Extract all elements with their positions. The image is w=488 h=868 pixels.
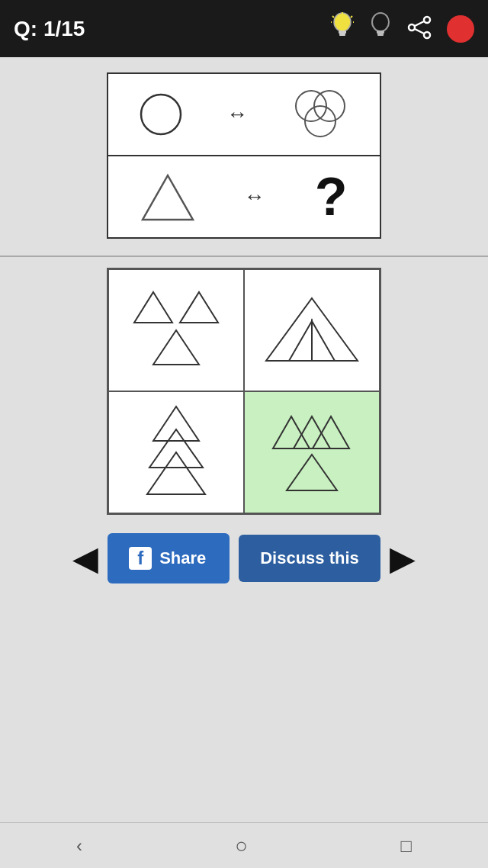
svg-marker-20 <box>143 175 193 220</box>
hint-active-icon[interactable] <box>331 12 354 45</box>
back-nav-icon[interactable]: ‹ <box>76 835 82 857</box>
svg-rect-9 <box>377 31 384 34</box>
svg-point-0 <box>334 13 351 31</box>
next-button[interactable]: ▶ <box>390 542 416 575</box>
top-icons <box>331 12 474 45</box>
share-label: Share <box>159 548 206 568</box>
svg-marker-34 <box>287 455 337 490</box>
facebook-icon: f <box>129 547 152 570</box>
svg-marker-23 <box>153 330 199 365</box>
svg-line-14 <box>415 21 424 26</box>
discuss-button[interactable]: Discuss this <box>239 535 380 582</box>
answer-a[interactable] <box>108 269 244 391</box>
divider <box>0 256 488 257</box>
answer-d[interactable] <box>244 391 380 513</box>
answer-grid <box>107 268 381 515</box>
svg-point-13 <box>424 32 430 38</box>
question-counter: Q: 1/15 <box>14 17 85 41</box>
answer-c[interactable] <box>108 391 244 513</box>
svg-marker-28 <box>153 407 199 441</box>
bottom-buttons: ◀ f Share Discuss this ▶ <box>0 515 488 594</box>
arrow-2: ↔ <box>244 185 265 209</box>
single-circle <box>137 91 185 138</box>
top-bar: Q: 1/15 <box>0 0 488 57</box>
svg-point-11 <box>424 17 430 23</box>
svg-marker-31 <box>273 416 310 448</box>
svg-rect-1 <box>339 31 346 34</box>
nav-bar: ‹ ○ □ <box>0 822 488 868</box>
svg-line-15 <box>415 29 424 34</box>
svg-marker-22 <box>180 292 218 323</box>
arrow-1: ↔ <box>226 102 248 127</box>
home-nav-icon[interactable]: ○ <box>235 834 248 858</box>
overlapping-circles <box>290 88 351 141</box>
share-button[interactable]: f Share <box>108 533 230 583</box>
svg-point-12 <box>409 24 415 31</box>
svg-point-8 <box>372 13 389 31</box>
main-content: ↔ ↔ ? <box>0 57 488 822</box>
svg-line-5 <box>351 16 352 18</box>
question-mark: ? <box>315 170 348 223</box>
svg-marker-21 <box>134 292 172 323</box>
svg-marker-26 <box>312 321 335 361</box>
discuss-label: Discuss this <box>260 548 359 567</box>
svg-marker-32 <box>294 416 330 448</box>
answer-b[interactable] <box>244 269 380 391</box>
svg-marker-33 <box>313 416 349 448</box>
puzzle-box: ↔ ↔ ? <box>107 72 381 239</box>
svg-line-4 <box>332 16 334 18</box>
svg-marker-25 <box>289 321 312 361</box>
puzzle-row-2: ↔ ? <box>108 156 380 237</box>
square-nav-icon[interactable]: □ <box>400 835 412 857</box>
svg-rect-10 <box>377 34 384 36</box>
share-icon[interactable] <box>407 15 432 43</box>
prev-button[interactable]: ◀ <box>72 542 98 575</box>
svg-point-16 <box>141 95 181 134</box>
single-triangle <box>141 172 194 222</box>
bug-icon[interactable] <box>447 15 474 43</box>
hint-inactive-icon[interactable] <box>369 12 392 45</box>
svg-rect-2 <box>339 34 345 36</box>
puzzle-row-1: ↔ <box>108 74 380 156</box>
